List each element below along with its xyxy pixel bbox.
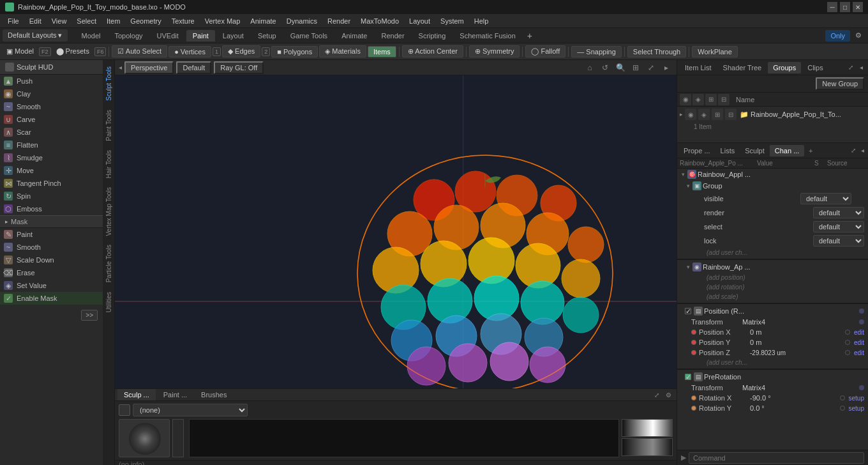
menu-vertexmap[interactable]: Vertex Map [200, 16, 246, 26]
menu-file[interactable]: File [3, 16, 24, 26]
rap2-expand[interactable]: ▾ [685, 264, 691, 270]
rtab-shadertree[interactable]: Shader Tree [718, 62, 767, 73]
mask-section-header[interactable]: Mask [0, 215, 103, 228]
layout-gear-button[interactable]: ⚙ [851, 29, 865, 42]
tab-layout[interactable]: Layout [216, 30, 250, 42]
posX-edit-link[interactable]: edit [854, 329, 864, 336]
menu-texture[interactable]: Texture [167, 16, 200, 26]
btab-sculpt[interactable]: Sculp ... [117, 389, 156, 400]
presets-label[interactable]: ⬤ Presets [52, 46, 93, 57]
home-icon[interactable]: ⌂ [583, 61, 596, 74]
search-zoom-icon[interactable]: 🔍 [614, 61, 627, 74]
menu-maxtomod[interactable]: MaxToModo [355, 16, 404, 26]
render-icon[interactable]: ◈ [692, 94, 704, 105]
minimize-button[interactable]: ─ [827, 2, 837, 12]
tool-smooth2[interactable]: ~ Smooth [0, 241, 103, 254]
tool-scar[interactable]: ∧ Scar [0, 126, 103, 139]
menu-layout[interactable]: Layout [404, 16, 435, 26]
props-expand[interactable]: ⤢ [848, 146, 858, 155]
rotY-val[interactable]: 0.0 ° [750, 404, 840, 412]
tab-setup[interactable]: Setup [251, 30, 283, 42]
select-select[interactable]: default [813, 221, 864, 232]
expand-tools-button[interactable]: >> [81, 310, 98, 321]
rotY-setup-link[interactable]: setup [849, 405, 864, 412]
auto-select-button[interactable]: ☑ Auto Select [112, 45, 167, 57]
posZ-edit-link[interactable]: edit [854, 349, 864, 356]
model-label[interactable]: ▣ Model [3, 46, 38, 57]
btab-options[interactable]: ⚙ [663, 390, 674, 400]
main-render[interactable]: ◈ [698, 109, 710, 120]
layout-only-button[interactable]: Only [825, 30, 850, 42]
add-user-ch-link[interactable]: (add user ch... [691, 249, 864, 256]
expand-main[interactable]: ▸ [680, 111, 683, 118]
command-input[interactable] [689, 452, 864, 464]
symmetry-button[interactable]: ⊕ Symmetry [469, 45, 520, 57]
refresh-icon[interactable]: ↺ [599, 61, 611, 74]
menu-help[interactable]: Help [469, 16, 494, 26]
posY-val[interactable]: 0 m [750, 339, 845, 346]
menu-animate[interactable]: Animate [245, 16, 281, 26]
perspective-button[interactable]: Perspective [124, 61, 174, 74]
close-button[interactable]: ✕ [853, 2, 863, 12]
prerot-checkbox[interactable]: ✓ [685, 374, 691, 380]
add-position-link[interactable]: (add position) [691, 274, 864, 281]
ptab-properties[interactable]: Prope ... [678, 145, 715, 156]
vtab-sculpt[interactable]: Sculpt Tools [104, 63, 114, 105]
rotX-setup-link[interactable]: setup [849, 395, 864, 402]
menu-render[interactable]: Render [322, 16, 355, 26]
brush-thumb-2[interactable] [172, 419, 184, 457]
eye-icon[interactable]: ◉ [680, 94, 691, 105]
ptab-channels[interactable]: Chan ... [770, 145, 805, 156]
vtab-hair[interactable]: Hair Tools [104, 146, 114, 182]
rtab-expand[interactable]: ⤢ [846, 63, 856, 72]
tool-tangent-pinch[interactable]: ⋈ Tangent Pinch [0, 177, 103, 190]
rtab-clips[interactable]: Clips [802, 62, 828, 73]
tool-carve[interactable]: ∪ Carve [0, 113, 103, 126]
btab-paint[interactable]: Paint ... [157, 389, 193, 400]
action-center-button[interactable]: ⊕ Action Center [402, 45, 463, 57]
tree-posR-row[interactable]: ✓ ▤ Position (R... [682, 305, 868, 317]
btab-expand[interactable]: ⤢ [652, 390, 662, 400]
titlebar-controls[interactable]: ─ □ ✕ [827, 2, 863, 12]
posZ-val[interactable]: -29.8023 um [750, 349, 845, 356]
props-back[interactable]: ◂ [858, 146, 867, 155]
add-layout-button[interactable]: + [523, 29, 536, 43]
new-group-button[interactable]: New Group [816, 77, 864, 90]
menu-geometry[interactable]: Geometry [125, 16, 166, 26]
rtab-back[interactable]: ◂ [857, 63, 865, 72]
brush-thumb-grad2[interactable] [622, 419, 673, 437]
rotX-val[interactable]: -90.0 ° [750, 394, 840, 402]
polygons-button[interactable]: ■ Polygons [271, 46, 318, 57]
tab-scripting[interactable]: Scripting [412, 30, 453, 42]
tool-enable-mask[interactable]: ✓ Enable Mask [0, 292, 103, 305]
tab-topology[interactable]: Topology [108, 30, 149, 42]
main-eye[interactable]: ◉ [685, 109, 696, 120]
default-layouts-label[interactable]: Default Layouts ▾ [3, 29, 68, 42]
menu-edit[interactable]: Edit [24, 16, 47, 26]
select-through-button[interactable]: Select Through [627, 46, 686, 57]
posR-checkbox[interactable]: ✓ [685, 308, 691, 314]
raygl-button[interactable]: Ray GL: Off [214, 61, 264, 74]
edges-button[interactable]: ◆ Edges [222, 45, 260, 57]
menu-view[interactable]: View [47, 16, 72, 26]
tab-animate[interactable]: Animate [335, 30, 373, 42]
vertices-button[interactable]: ● Vertices [168, 46, 211, 57]
menu-item[interactable]: Item [101, 16, 125, 26]
rtab-itemlist[interactable]: Item List [680, 62, 717, 73]
vtab-vertexmap[interactable]: Vertex Map Tools [104, 183, 114, 240]
tool-move[interactable]: ✛ Move [0, 164, 103, 177]
snapping-button[interactable]: — Snapping [571, 46, 622, 57]
items-button[interactable]: Items [368, 46, 396, 57]
btab-brushes[interactable]: Brushes [195, 389, 233, 400]
tool-smudge[interactable]: ⌇ Smudge [0, 151, 103, 164]
render-select[interactable]: default [813, 207, 864, 218]
tree-prerot-row[interactable]: ✓ ▤ PreRotation [682, 371, 868, 383]
tree-root-row[interactable]: ▾ 🎯 Rainbow_Appl ... [677, 169, 868, 180]
vtab-utilities[interactable]: Utilities [104, 288, 114, 316]
menu-dynamics[interactable]: Dynamics [281, 16, 322, 26]
root-expand[interactable]: ▾ [680, 171, 686, 178]
main-type[interactable]: ⊟ [725, 109, 737, 120]
add-user-ch2-link[interactable]: (add user ch... [691, 359, 864, 366]
tool-spin[interactable]: ↻ Spin [0, 190, 103, 202]
shading-button[interactable]: Default [176, 61, 211, 74]
